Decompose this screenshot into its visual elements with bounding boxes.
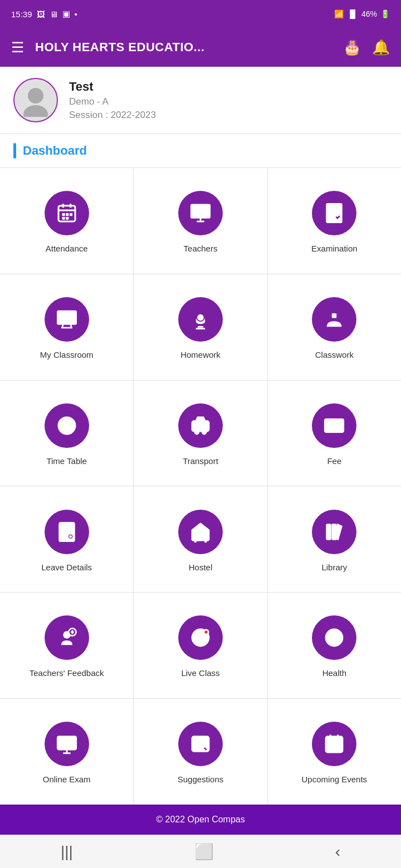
menu-button[interactable]: ☰ <box>11 39 24 56</box>
grid-label-live-class: Live Class <box>181 668 219 679</box>
grid-label-examination: Examination <box>311 243 358 254</box>
events-icon <box>312 722 356 766</box>
dashboard-title: Dashboard <box>23 144 87 158</box>
grid-item-online-exam[interactable]: Online Exam <box>0 699 133 805</box>
footer-text: © 2022 Open Compas <box>156 815 244 824</box>
profile-info: Test Demo - A Session : 2022-2023 <box>69 80 156 121</box>
grid-label-time-table: Time Table <box>46 456 87 467</box>
svg-point-56 <box>194 540 197 542</box>
grid-item-upcoming-events[interactable]: Upcoming Events <box>268 699 401 805</box>
status-dot: • <box>75 9 77 19</box>
fee-icon <box>312 403 356 448</box>
nav-recent-button[interactable]: ‹ <box>335 843 340 861</box>
svg-point-14 <box>195 208 200 213</box>
svg-point-25 <box>69 318 72 321</box>
svg-point-33 <box>331 312 338 319</box>
health-icon <box>312 615 356 660</box>
notification-icon[interactable]: 🔔 <box>372 39 390 56</box>
battery-icon: 🔋 <box>380 9 390 18</box>
svg-point-55 <box>204 540 207 542</box>
svg-point-41 <box>202 430 206 434</box>
teachers-icon <box>178 191 223 235</box>
grid-label-classwork: Classwork <box>315 349 354 361</box>
grid-label-upcoming-events: Upcoming Events <box>302 774 368 785</box>
grid-item-time-table[interactable]: Time Table <box>0 381 133 486</box>
svg-rect-39 <box>192 421 209 431</box>
homework-icon <box>178 297 223 342</box>
dashboard-grid: AttendanceTeachersExaminationMy Classroo… <box>0 168 401 805</box>
svg-rect-10 <box>66 217 69 220</box>
svg-point-23 <box>61 318 64 321</box>
grid-item-teachers[interactable]: Teachers <box>134 168 267 274</box>
birthday-icon[interactable]: 🎂 <box>343 39 361 56</box>
grid-label-online-exam: Online Exam <box>43 774 91 785</box>
status-photo-icon: 🖼 <box>37 9 45 19</box>
svg-rect-21 <box>57 311 76 324</box>
dashboard-header: Dashboard <box>0 134 401 168</box>
svg-rect-11 <box>191 205 209 218</box>
leave-icon <box>45 510 89 554</box>
grid-item-teachers-feedback[interactable]: Teachers' Feedback <box>0 593 133 698</box>
svg-rect-52 <box>197 534 200 540</box>
svg-rect-6 <box>62 213 65 216</box>
grid-label-my-classroom: My Classroom <box>40 349 94 361</box>
grid-item-suggestions[interactable]: Suggestions <box>134 699 267 805</box>
classroom-icon <box>45 297 89 342</box>
svg-rect-57 <box>327 524 331 539</box>
grid-item-leave-details[interactable]: Leave Details <box>0 486 133 592</box>
svg-point-40 <box>195 430 199 434</box>
app-bar: ☰ HOLY HEARTS EDUCATIO... 🎂 🔔 <box>0 28 401 67</box>
status-right: 📶 ▐▌ 46% 🔋 <box>334 9 390 18</box>
grid-label-homework: Homework <box>180 349 221 361</box>
grid-label-fee: Fee <box>327 456 341 467</box>
profile-section: Test Demo - A Session : 2022-2023 <box>0 67 401 134</box>
grid-label-transport: Transport <box>183 456 218 467</box>
svg-point-24 <box>65 318 68 321</box>
grid-item-my-classroom[interactable]: My Classroom <box>0 274 133 380</box>
svg-point-64 <box>204 630 208 634</box>
grid-label-teachers: Teachers <box>184 243 218 254</box>
hostel-icon <box>178 510 223 554</box>
grid-item-live-class[interactable]: Live Class <box>134 593 267 698</box>
svg-point-71 <box>68 742 71 744</box>
grid-item-library[interactable]: Library <box>268 486 401 592</box>
grid-label-suggestions: Suggestions <box>178 774 224 785</box>
grid-item-transport[interactable]: Transport <box>134 381 267 486</box>
svg-point-63 <box>198 635 203 640</box>
grid-label-leave-details: Leave Details <box>41 562 92 573</box>
status-left: 15:39 🖼 🖥 ▣ • <box>11 9 77 19</box>
avatar <box>13 78 58 122</box>
grid-item-fee[interactable]: Fee <box>268 381 401 486</box>
timetable-icon <box>45 403 89 448</box>
onlineexam-icon <box>45 722 89 766</box>
profile-session: Session : 2022-2023 <box>69 110 156 121</box>
svg-rect-42 <box>325 419 344 432</box>
nav-back-button[interactable]: ||| <box>61 843 73 861</box>
dashboard-accent <box>13 143 16 159</box>
classwork-icon <box>312 297 356 342</box>
grid-item-attendance[interactable]: Attendance <box>0 168 133 274</box>
grid-item-health[interactable]: Health <box>268 593 401 698</box>
footer: © 2022 Open Compas <box>0 805 401 835</box>
app-title: HOLY HEARTS EDUCATIO... <box>35 40 332 55</box>
svg-point-0 <box>28 88 43 103</box>
grid-item-homework[interactable]: Homework <box>134 274 267 380</box>
svg-rect-78 <box>326 737 343 752</box>
suggestions-icon <box>178 722 223 766</box>
svg-rect-44 <box>328 426 332 428</box>
nav-bar: ||| ⬜ ‹ <box>0 835 401 868</box>
signal-icon: ▐▌ <box>347 9 358 18</box>
library-icon <box>312 510 356 554</box>
grid-item-examination[interactable]: Examination <box>268 168 401 274</box>
svg-rect-53 <box>202 531 206 535</box>
grid-label-attendance: Attendance <box>46 243 88 254</box>
transport-icon <box>178 403 223 448</box>
status-screen-icon: ▣ <box>62 9 70 19</box>
grid-label-library: Library <box>321 562 347 573</box>
grid-label-health: Health <box>322 668 346 679</box>
nav-home-button[interactable]: ⬜ <box>194 842 214 861</box>
grid-item-hostel[interactable]: Hostel <box>134 486 267 592</box>
battery-level: 46% <box>361 9 377 18</box>
calendar-icon <box>45 191 89 235</box>
grid-item-classwork[interactable]: Classwork <box>268 274 401 380</box>
